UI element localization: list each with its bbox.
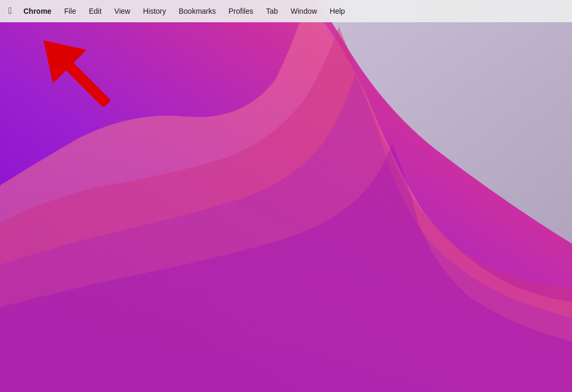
menu-bar:  Chrome File Edit View History Bookmark… <box>0 0 572 22</box>
help-menu[interactable]: Help <box>325 5 351 17</box>
apple-menu[interactable]:  <box>4 4 16 19</box>
profiles-menu[interactable]: Profiles <box>224 5 259 17</box>
history-menu[interactable]: History <box>138 5 172 17</box>
tab-menu[interactable]: Tab <box>261 5 283 17</box>
chrome-menu[interactable]: Chrome <box>18 5 57 17</box>
edit-menu[interactable]: Edit <box>84 5 107 17</box>
window-menu[interactable]: Window <box>285 5 323 17</box>
view-menu[interactable]: View <box>109 5 136 17</box>
file-menu[interactable]: File <box>59 5 82 17</box>
desktop <box>0 0 572 392</box>
wallpaper <box>0 0 572 392</box>
bookmarks-menu[interactable]: Bookmarks <box>173 5 221 17</box>
